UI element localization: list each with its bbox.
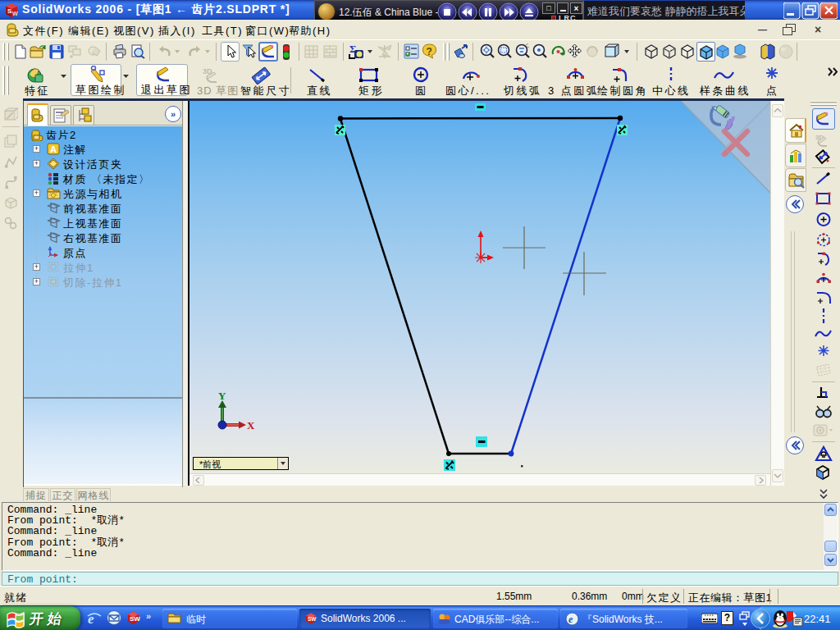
svg-text:Y: Y (218, 390, 226, 402)
svg-text:W: W (12, 11, 18, 16)
svg-text:?: ? (427, 46, 432, 57)
svg-text:X: X (247, 419, 255, 431)
svg-text:e: e (568, 614, 573, 625)
svg-text:SW: SW (308, 616, 317, 622)
svg-text:SW: SW (130, 615, 140, 623)
svg-text:A: A (50, 144, 57, 154)
